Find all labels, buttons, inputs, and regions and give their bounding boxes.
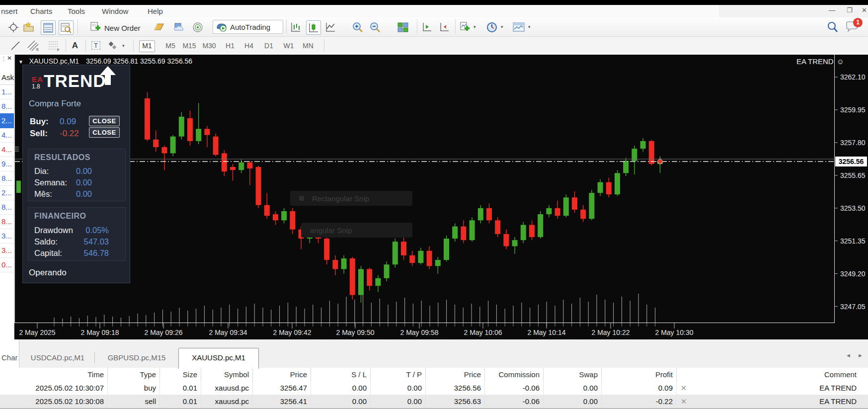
market-watch-row[interactable]: 4... (0, 128, 14, 143)
ea-name-badge: EA TREND ☺ (796, 57, 844, 66)
cell-swap: 0.00 (544, 381, 602, 395)
col-tp[interactable]: T / P (371, 368, 426, 381)
zoom-in-icon[interactable] (351, 20, 365, 34)
menu-window[interactable]: Window (102, 7, 128, 15)
text-label-icon[interactable]: A (69, 39, 81, 52)
market-watch-close-icon[interactable]: ✕ (7, 55, 12, 62)
chart-collapse-icon[interactable]: ▼ (18, 59, 23, 65)
auto-scroll-icon[interactable] (420, 20, 434, 34)
depth-of-market-icon[interactable] (172, 20, 186, 34)
text-box-icon[interactable]: T (89, 39, 102, 52)
market-watch-row[interactable]: 1... (0, 84, 14, 99)
market-watch-row[interactable]: 0... (0, 257, 14, 272)
close-position-icon[interactable]: ✕ (678, 395, 690, 408)
candlestick-chart-icon[interactable] (306, 20, 321, 35)
tile-windows-icon[interactable] (396, 20, 410, 34)
timeframe-h4-button[interactable]: H4 (241, 40, 256, 51)
market-watch-row[interactable]: 8... (0, 200, 14, 215)
indicators-icon[interactable] (458, 20, 472, 34)
line-chart-icon[interactable] (323, 20, 337, 34)
timeframe-m15-button[interactable]: M15 (180, 40, 199, 51)
col-type[interactable]: Type (108, 368, 160, 381)
market-watch-row[interactable]: 8... (0, 214, 14, 229)
tab-xauusd-active[interactable]: XAUUSD.pc,M1 (178, 348, 259, 369)
tabs-scroll-right-icon[interactable]: ► (858, 352, 863, 358)
market-watch-row-selected[interactable]: 2... (0, 113, 14, 128)
menu-tools[interactable]: Tools (68, 7, 85, 15)
timeframe-m5-button[interactable]: M5 (163, 40, 178, 51)
close-buy-button[interactable]: CLOSE (89, 116, 120, 126)
new-order-button[interactable]: New Order (104, 24, 141, 32)
toolbar-separator (133, 39, 134, 52)
close-position-icon[interactable]: ✕ (678, 381, 690, 395)
ask-column-header[interactable]: Ask (0, 71, 14, 85)
autotrading-button[interactable]: AutoTrading (213, 20, 283, 34)
close-sell-button[interactable]: CLOSE (89, 127, 120, 138)
market-watch-row[interactable]: 8... (0, 171, 14, 186)
market-watch-row[interactable]: 3... (0, 229, 14, 244)
autotrading-label: AutoTrading (230, 23, 270, 31)
candlestick-chart-canvas[interactable] (14, 55, 868, 339)
market-watch-icon[interactable] (41, 20, 56, 35)
timeframe-d1-button[interactable]: D1 (261, 40, 276, 51)
tab-usdcad[interactable]: USDCAD.pc,M1 (22, 349, 93, 366)
profiles-icon[interactable] (22, 20, 36, 34)
bar-chart-icon[interactable] (289, 20, 303, 34)
crosshair-icon[interactable] (6, 20, 20, 34)
data-window-icon[interactable] (59, 20, 74, 35)
col-price-current[interactable]: Price (426, 368, 485, 381)
position-row-buy[interactable]: 2025.05.02 10:30:07 buy 0.01 xauusd.pc 3… (0, 381, 868, 395)
tabs-scroll-left-icon[interactable]: ◄ (846, 352, 851, 358)
radar-icon[interactable] (191, 20, 205, 34)
col-time[interactable]: Time (9, 368, 108, 381)
templates-dropdown-icon[interactable]: ▾ (528, 24, 531, 29)
market-watch-row[interactable]: 8... (0, 99, 14, 114)
svg-text:E: E (36, 47, 39, 52)
col-price-open[interactable]: Price (253, 368, 311, 381)
close-button[interactable]: ✕ (862, 6, 867, 14)
tab-gbpusd[interactable]: GBPUSD.pc,M15 (97, 349, 176, 366)
minimize-button[interactable]: — (829, 6, 835, 14)
menu-help[interactable]: Help (148, 7, 163, 15)
history-center-icon[interactable] (152, 20, 166, 34)
trendline-icon[interactable] (9, 39, 22, 52)
time-axis-label: 2 May 09:42 (273, 328, 311, 336)
col-sl[interactable]: S / L (311, 368, 371, 381)
timeframe-mn-button[interactable]: MN (300, 40, 316, 51)
col-symbol[interactable]: Symbol (201, 368, 253, 381)
periods-dropdown-icon[interactable]: ▾ (501, 24, 503, 29)
timeframe-m30-button[interactable]: M30 (200, 40, 219, 51)
market-watch-row[interactable]: 3... (0, 243, 14, 258)
chart-shift-icon[interactable] (437, 20, 451, 34)
fibonacci-icon[interactable]: F (48, 39, 61, 52)
arrows-icon[interactable] (106, 39, 119, 52)
notification-badge[interactable]: 1 (853, 18, 863, 27)
menu-insert[interactable]: nsert (1, 7, 17, 15)
position-row-sell[interactable]: 2025.05.02 10:30:08 sell 0.01 xauusd.pc … (0, 395, 868, 409)
col-profit[interactable]: Profit (602, 368, 677, 381)
cell-price-current: 3256.63 (426, 395, 485, 408)
drag-handle-icon[interactable]: ⋮ (1, 56, 6, 62)
col-swap[interactable]: Swap (544, 368, 602, 381)
trade-table-header: Time Type Size Symbol Price S / L T / P … (0, 368, 868, 382)
zoom-out-icon[interactable] (368, 20, 382, 34)
cell-tp: 0.00 (371, 381, 426, 395)
col-comment[interactable]: Comment (691, 368, 860, 381)
restore-button[interactable]: ❐ (847, 6, 853, 14)
timeframe-h1-button[interactable]: H1 (223, 40, 237, 51)
periods-icon[interactable] (485, 20, 499, 34)
arrows-dropdown-icon[interactable]: ▾ (122, 43, 125, 48)
market-watch-row[interactable]: 2... (0, 185, 14, 200)
timeframe-m1-button[interactable]: M1 (139, 40, 155, 52)
market-watch-row[interactable]: 4... (0, 142, 14, 157)
channels-icon[interactable]: E (27, 39, 40, 52)
menu-charts[interactable]: Charts (30, 7, 52, 15)
timeframe-w1-button[interactable]: W1 (281, 40, 296, 51)
market-watch-row[interactable]: 9... (0, 157, 14, 171)
search-icon[interactable] (826, 20, 840, 34)
col-commission[interactable]: Commission (485, 368, 544, 381)
col-size[interactable]: Size (160, 368, 201, 381)
new-order-icon[interactable] (88, 20, 102, 34)
indicators-dropdown-icon[interactable]: ▾ (473, 24, 476, 29)
templates-icon[interactable] (512, 20, 526, 34)
